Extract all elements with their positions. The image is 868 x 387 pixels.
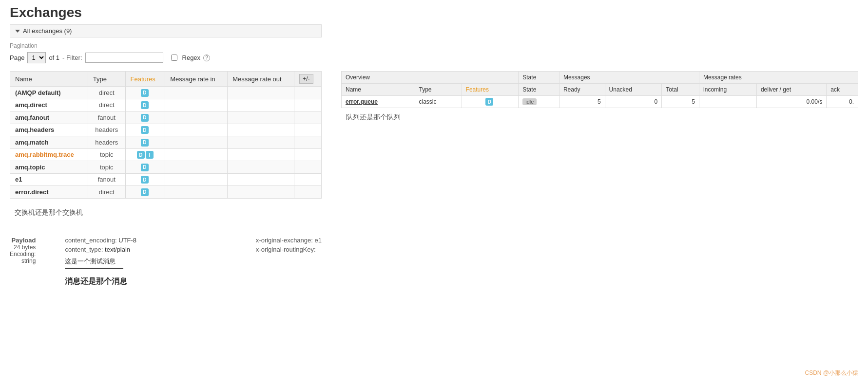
page-title: Exchanges [10, 5, 858, 20]
exchange-rate-out-cell [228, 124, 294, 136]
plus-minus-button[interactable]: +/- [299, 74, 313, 84]
payload-label: Payload [10, 237, 36, 244]
exchange-rate-out-cell [228, 99, 294, 111]
payload-size: 24 bytes [10, 244, 36, 251]
exchange-plus-minus-cell [294, 87, 322, 99]
collapse-icon [15, 30, 20, 33]
filter-input[interactable] [85, 53, 163, 63]
table-row: amq.matchheadersD [10, 136, 322, 149]
d-badge: D [141, 139, 149, 147]
exchange-rate-in-cell [165, 124, 228, 136]
exchange-plus-minus-cell [294, 99, 322, 111]
question-mark-icon[interactable]: ? [203, 55, 210, 61]
exchange-name-cell: amq.headers [10, 124, 88, 136]
col-plus-minus[interactable]: +/- [294, 72, 322, 87]
all-exchanges-label: All exchanges (9) [23, 27, 72, 35]
queue-ready-cell: 5 [559, 96, 605, 108]
exchange-name-cell: amq.match [10, 136, 88, 149]
queue-features-cell: D [462, 96, 519, 108]
message-body: 这是一个测试消息 [65, 257, 226, 266]
exchange-rate-in-cell [165, 111, 228, 124]
watermark-message: 消息还是那个消息 [65, 276, 226, 287]
exchange-rate-out-cell [228, 148, 294, 161]
x-props-area: x-original-exchange: e1 x-original-routi… [256, 237, 322, 287]
pagination-label: Pagination [10, 42, 858, 49]
exchange-name-cell[interactable]: amq.rabbitmq.trace [10, 148, 88, 161]
exchange-features-cell: D [125, 136, 165, 149]
exchange-rate-out-cell [228, 186, 294, 199]
exchange-name-cell: error.direct [10, 186, 88, 199]
exchange-table: Name Type Features Message rate in Messa… [10, 71, 322, 199]
d-badge: D [141, 126, 149, 134]
col-name: Name [10, 72, 88, 87]
exchange-features-cell: DI [125, 148, 165, 161]
exchange-type-cell: direct [88, 87, 125, 99]
exchange-type-cell: headers [88, 136, 125, 149]
exchange-name-cell: e1 [10, 173, 88, 186]
regex-checkbox[interactable] [171, 55, 177, 61]
left-panel: Name Type Features Message rate in Messa… [10, 71, 322, 287]
regex-label: Regex [182, 54, 201, 61]
exchange-type-cell: headers [88, 124, 125, 136]
col-incoming: incoming [699, 84, 757, 96]
message-details: Payload 24 bytes Encoding: string conten… [10, 237, 322, 287]
exchange-plus-minus-cell [294, 161, 322, 174]
exchange-plus-minus-cell [294, 124, 322, 136]
queue-incoming-cell [699, 96, 757, 108]
content-type-value: text/plain [105, 246, 130, 253]
queue-name-cell[interactable]: error.queue [342, 96, 415, 108]
table-row: amq.fanoutfanoutD [10, 111, 322, 124]
message-section: Payload 24 bytes Encoding: string conten… [10, 237, 322, 287]
queue-type-cell: classic [415, 96, 462, 108]
x-original-exchange-value: e1 [315, 237, 322, 244]
page-select[interactable]: 1 [27, 52, 46, 63]
exchange-rate-in-cell [165, 87, 228, 99]
exchange-type-cell: fanout [88, 173, 125, 186]
exchange-rate-out-cell [228, 161, 294, 174]
content-encoding-prop: content_encoding: UTF-8 [65, 237, 226, 244]
queue-ack-cell: 0. [827, 96, 858, 108]
content-type-key: content_type: [65, 246, 103, 253]
table-row: error.directdirectD [10, 186, 322, 199]
exchange-features-cell: D [125, 111, 165, 124]
payload-area: Payload 24 bytes Encoding: string [10, 237, 36, 287]
col-unacked: Unacked [605, 84, 662, 96]
all-exchanges-header[interactable]: All exchanges (9) [10, 24, 322, 37]
exchange-rate-in-cell [165, 136, 228, 149]
queue-table: Overview State Messages Message rates Na… [341, 71, 858, 108]
table-row: amq.headersheadersD [10, 124, 322, 136]
exchange-rate-out-cell [228, 111, 294, 124]
col-total: Total [662, 84, 699, 96]
exchange-type-cell: fanout [88, 111, 125, 124]
i-badge: I [146, 151, 154, 159]
exchange-rate-out-cell [228, 173, 294, 186]
exchange-plus-minus-cell [294, 136, 322, 149]
table-row: amq.directdirectD [10, 99, 322, 111]
table-row: amq.topictopicD [10, 161, 322, 174]
pagination-row: Page 1 of 1 - Filter: Regex ? [10, 52, 858, 63]
queue-table-row: error.queueclassicDidle5050.00/s0. [342, 96, 858, 108]
messages-header: Messages [559, 72, 699, 84]
d-badge: D [485, 98, 493, 106]
exchange-plus-minus-cell [294, 186, 322, 199]
overview-header: Overview [342, 72, 519, 84]
col-features: Features [125, 72, 165, 87]
x-original-routing-key-key: x-original-routingKey: [256, 246, 316, 253]
d-badge: D [141, 164, 149, 171]
exchange-type-cell: topic [88, 161, 125, 174]
message-content-area: content_encoding: UTF-8 content_type: te… [65, 237, 226, 287]
content-encoding-value: UTF-8 [118, 237, 136, 244]
col-queue-type: Type [415, 84, 462, 96]
page-label: Page [10, 54, 24, 61]
exchange-rate-out-cell [228, 136, 294, 149]
col-ready: Ready [559, 84, 605, 96]
exchange-type-cell: topic [88, 148, 125, 161]
exchange-features-cell: D [125, 87, 165, 99]
exchange-features-cell: D [125, 161, 165, 174]
exchange-features-cell: D [125, 173, 165, 186]
watermark-queue: 队列还是那个队列 [346, 113, 858, 122]
exchange-name-cell: amq.fanout [10, 111, 88, 124]
exchange-name-cell: amq.direct [10, 99, 88, 111]
exchange-type-cell: direct [88, 186, 125, 199]
table-row: (AMQP default)directD [10, 87, 322, 99]
